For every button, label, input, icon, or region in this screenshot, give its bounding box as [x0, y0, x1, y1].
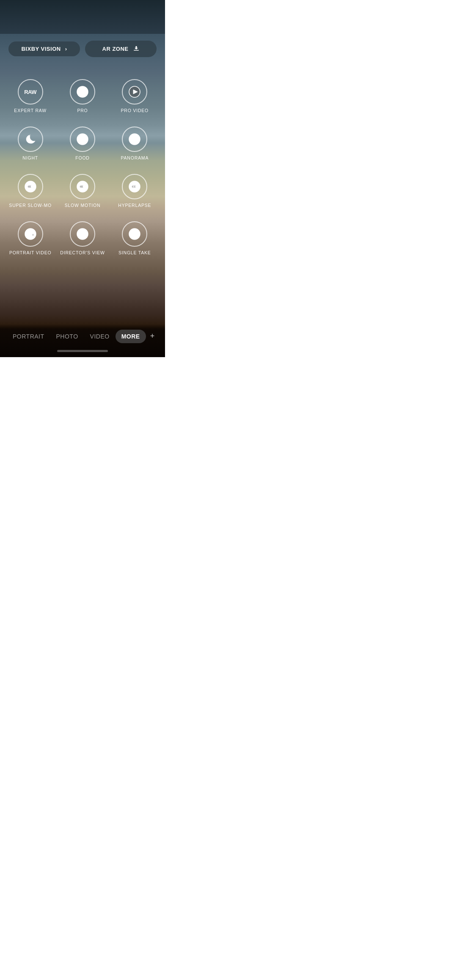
raw-icon: RAW — [24, 89, 36, 95]
food-label: FOOD — [75, 155, 90, 160]
svg-point-26 — [31, 185, 33, 188]
directors-view-icon-circle — [70, 221, 95, 247]
svg-rect-0 — [134, 50, 139, 51]
mode-pro-video[interactable]: PRO VIDEO — [109, 72, 161, 120]
mode-panorama[interactable]: PANORAMA — [109, 120, 161, 167]
portrait-video-icon-circle — [18, 221, 43, 247]
mode-super-slow-mo[interactable]: SUPER SLOW-MO — [4, 167, 56, 215]
modes-grid: RAW EXPERT RAW — [0, 64, 165, 270]
chevron-right-icon: › — [65, 46, 67, 52]
add-mode-button[interactable]: + — [146, 329, 159, 343]
svg-point-36 — [32, 234, 34, 236]
camera-background: BIXBY VISION › AR ZONE RAW EXP — [0, 0, 165, 357]
bottom-navigation: PORTRAIT PHOTO VIDEO MORE + — [0, 324, 165, 357]
home-indicator — [57, 350, 108, 352]
svg-point-35 — [28, 231, 31, 234]
single-take-icon-circle — [122, 221, 147, 247]
slow-motion-label: SLOW MOTION — [65, 203, 101, 208]
directors-view-label: DIRECTOR'S VIEW — [60, 250, 105, 255]
bixby-vision-button[interactable]: BIXBY VISION › — [8, 41, 80, 56]
svg-point-17 — [77, 134, 88, 145]
bixby-vision-label: BIXBY VISION — [21, 46, 61, 52]
download-icon — [133, 45, 140, 53]
expert-raw-icon-circle: RAW — [18, 79, 43, 105]
panorama-icon-circle — [122, 127, 147, 152]
panorama-icon — [128, 132, 141, 146]
panorama-label: PANORAMA — [121, 155, 149, 160]
play-circle-icon — [128, 85, 141, 99]
home-indicator-area — [0, 347, 165, 357]
aperture-icon — [76, 85, 89, 99]
mode-directors-view[interactable]: DIRECTOR'S VIEW — [56, 215, 108, 262]
ar-zone-button[interactable]: AR ZONE — [85, 41, 157, 57]
tab-photo[interactable]: PHOTO — [50, 330, 84, 343]
portrait-video-label: PORTRAIT VIDEO — [9, 250, 52, 255]
slow-motion-icon — [76, 180, 89, 193]
directors-view-icon — [76, 227, 89, 241]
portrait-video-icon — [24, 227, 37, 241]
svg-point-29 — [83, 185, 85, 188]
hyperlapse-icon — [128, 180, 141, 193]
mode-portrait-video[interactable]: PORTRAIT VIDEO — [4, 215, 56, 262]
slow-motion-icon-circle — [70, 174, 95, 199]
svg-point-32 — [135, 185, 138, 188]
single-take-label: SINGLE TAKE — [118, 250, 151, 255]
super-slow-mo-label: SUPER SLOW-MO — [9, 203, 52, 208]
mode-pro[interactable]: PRO — [56, 72, 108, 120]
food-icon-circle — [70, 127, 95, 152]
pro-video-icon-circle — [122, 79, 147, 105]
moon-icon — [24, 133, 37, 146]
camera-modes-bar: PORTRAIT PHOTO VIDEO MORE + — [0, 324, 165, 347]
mode-night[interactable]: NIGHT — [4, 120, 56, 167]
mode-single-take[interactable]: SINGLE TAKE — [109, 215, 161, 262]
night-icon-circle — [18, 127, 43, 152]
mode-food[interactable]: FOOD — [56, 120, 108, 167]
svg-point-2 — [81, 90, 84, 94]
expert-raw-label: EXPERT RAW — [14, 108, 47, 113]
pro-label: PRO — [77, 108, 88, 113]
mode-hyperlapse[interactable]: HYPERLAPSE — [109, 167, 161, 215]
super-slow-mo-icon — [24, 180, 37, 193]
quick-buttons-row: BIXBY VISION › AR ZONE — [0, 34, 165, 64]
pro-video-label: PRO VIDEO — [121, 108, 149, 113]
hyperlapse-label: HYPERLAPSE — [118, 203, 151, 208]
single-take-icon — [128, 227, 141, 241]
mode-expert-raw[interactable]: RAW EXPERT RAW — [4, 72, 56, 120]
super-slow-mo-icon-circle — [18, 174, 43, 199]
ar-zone-label: AR ZONE — [102, 46, 129, 52]
tab-portrait[interactable]: PORTRAIT — [7, 330, 50, 343]
tab-more[interactable]: MORE — [116, 330, 146, 343]
hyperlapse-icon-circle — [122, 174, 147, 199]
tab-video[interactable]: VIDEO — [84, 330, 116, 343]
night-label: NIGHT — [22, 155, 38, 160]
top-area — [0, 0, 165, 34]
pro-icon-circle — [70, 79, 95, 105]
mode-slow-motion[interactable]: SLOW MOTION — [56, 167, 108, 215]
fork-knife-icon — [76, 132, 89, 146]
svg-point-43 — [133, 233, 136, 235]
